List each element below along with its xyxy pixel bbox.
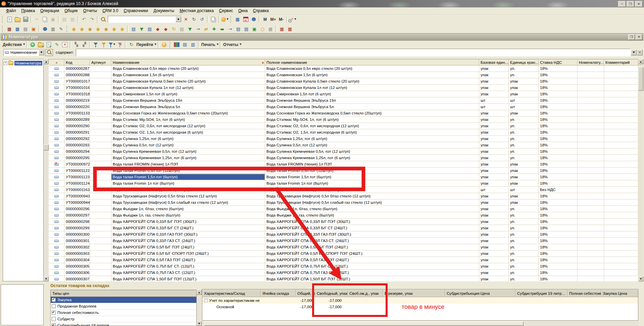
table-row[interactable]: 00000000299Вода ХАРРОГЕЙТ СПА 0,33Л Б/Г … [49, 225, 638, 231]
open-file-icon[interactable] [13, 15, 21, 24]
user-edit-icon[interactable]: ✎ [57, 25, 65, 33]
minimize-button[interactable]: ─ [618, 1, 626, 7]
table-scroll-down-icon[interactable]: ▼ [638, 276, 643, 281]
dropdown-arrow-icon[interactable]: ▼ [294, 18, 296, 20]
help-icon[interactable]: ? [160, 41, 168, 49]
table-row[interactable]: 00000000304Вода ХАРРОГЕЙТ СПА 0,5Л ГАЗ П… [49, 257, 638, 263]
column-header-icon[interactable]: ▲ [49, 59, 64, 65]
refresh-icon[interactable]: ↻ [127, 41, 135, 49]
menu-9[interactable]: Местная доставка [177, 8, 216, 14]
money-documents-icon[interactable]: ◉ [70, 25, 78, 33]
stock-column-header[interactable]: Полная себестоимость ... [567, 289, 601, 297]
table-row[interactable]: УТ000001124Вода талая Fromin 1л пэт (8шт… [49, 180, 638, 187]
tree-scroll-thumb[interactable] [44, 144, 49, 150]
menu-5[interactable]: Отчеты [81, 8, 100, 14]
currency-icon[interactable]: ◉ [118, 25, 126, 33]
stock-hscrollbar[interactable] [202, 321, 638, 326]
table-row[interactable]: УТ000000943Вода Трускавецкая (Нафтуся) 0… [49, 193, 638, 199]
transfer-icon[interactable]: → [226, 25, 234, 33]
maximize-button[interactable]: ❐ [627, 1, 634, 7]
table-row[interactable]: 00000000302Вода ХАРРОГЕЙТ СПА 0,5Л Б/Г П… [49, 244, 638, 250]
stock-column-header[interactable]: Субдистрибуция 19 литр... [515, 289, 567, 297]
report-red1-icon[interactable]: ▦ [278, 25, 286, 33]
add-group-icon[interactable] [37, 41, 45, 49]
table-row[interactable]: 00000000300Вода ХАРРОГЕЙТ СПА 0,33Л ГАЗ … [49, 231, 638, 238]
contains-dropdown-icon[interactable]: ▼ [631, 50, 637, 55]
price-type-row[interactable]: Продажная Водолеев [51, 303, 196, 310]
table-row[interactable]: 00000000303Вода ХАРРОГЕЙТ СПА 0,5Л Б/Г С… [49, 250, 638, 257]
table-row[interactable]: УТ000001122Вода талая Fromin 0,5л пэт (1… [49, 168, 638, 174]
paste-icon[interactable]: ▣ [49, 15, 57, 24]
print-menu-button[interactable]: Печать▼ [200, 41, 219, 49]
clear-search-icon[interactable]: ✕ [182, 15, 190, 24]
contains-clear-icon[interactable]: ✕ [637, 50, 643, 55]
dropdown-arrow-icon[interactable]: ▼ [227, 18, 228, 20]
list-settings-icon[interactable] [173, 41, 181, 49]
calendar-icon[interactable]: 31 [242, 15, 250, 24]
price-scroll-down-icon[interactable]: ▼ [197, 321, 202, 326]
documents-journal-icon[interactable]: ▤ [234, 25, 242, 33]
table-row[interactable]: 00000000307Вода ХАРРОГЕЙТ СПА 1,50Л Б/Г … [49, 276, 638, 281]
list-view2-icon[interactable]: ▥ [189, 41, 197, 49]
table-row[interactable]: 00000000305Вода ХАРРОГЕЙТ СПА 0,75Л Б/Г … [49, 263, 638, 270]
table-row[interactable]: 00000000295Вода Сулинка Кремниевая 1,25л… [49, 155, 638, 161]
price-type-row[interactable]: Полная себестоимость [51, 310, 196, 316]
child-restore-button[interactable]: ❐ [628, 34, 635, 40]
trade-window-icon[interactable]: ▣ [30, 25, 38, 33]
new-document-icon[interactable] [5, 15, 13, 24]
unreserve-icon[interactable]: ◆ [162, 25, 170, 33]
stock-column-header[interactable]: Свободный, упак [315, 289, 348, 297]
clear-filter-icon[interactable]: ✕ [116, 41, 124, 49]
table-row[interactable]: УТ000000944Вода Трускавецкая (Нафтуся) 0… [49, 199, 638, 206]
stock-column-header[interactable]: Характеристика/Склад [202, 289, 261, 297]
contains-input[interactable] [76, 49, 631, 56]
back-icon[interactable]: ↶ [80, 15, 88, 24]
move-item-icon[interactable]: ▚ [72, 41, 80, 49]
table-row[interactable]: УТ000001018Вода Смирновкая 1,5л пэт (6 ш… [49, 91, 638, 97]
add-item-icon[interactable]: + [29, 41, 37, 49]
cut-icon[interactable]: ✂ [33, 15, 41, 24]
table-row[interactable]: 00000000288Вода Славяновская 1,5л (6 шт/… [49, 72, 638, 78]
calculator-icon[interactable]: ▦ [234, 15, 242, 24]
add-plus-icon[interactable]: ✚ [210, 25, 218, 33]
stock-column-header[interactable]: Общий, упак [296, 289, 315, 297]
writeoff-icon[interactable]: ▬ [218, 25, 226, 33]
cash-expense-icon[interactable]: ◉ [102, 25, 110, 33]
user-rights-icon[interactable]: ☻ [250, 15, 258, 24]
filter-menu-icon[interactable]: ▼ [108, 41, 116, 49]
table-row[interactable]: 00000000287Вода Славяновская 0,5л евро с… [49, 65, 638, 72]
checkbox-checked-icon[interactable] [52, 323, 56, 326]
report-table-icon[interactable]: ▦ [13, 25, 21, 33]
tree-scrollbar[interactable]: ▲ ▼ [44, 59, 49, 281]
tree-scroll-up-icon[interactable]: ▲ [44, 59, 49, 64]
quick-search-box[interactable]: ▼ [108, 16, 182, 23]
view-related-icon[interactable]: ↻ [190, 15, 198, 24]
table-scroll-thumb[interactable] [638, 67, 643, 91]
print-form-icon[interactable]: ▤ [21, 25, 30, 33]
table-row[interactable]: 00000000294Вода Сулинка Кремниевая 0,5л,… [49, 148, 638, 155]
field-selector-arrow-icon[interactable]: ▼ [39, 50, 44, 55]
move-doc-icon[interactable]: → [194, 25, 202, 33]
table-row[interactable]: 00000000291Вода Стэлмас O2, 1,5л, пэт ки… [49, 129, 638, 136]
stock-row[interactable]: Основной-17,000-17,000 [202, 304, 638, 310]
memory-plus-button[interactable]: М+ [269, 15, 277, 24]
table-row[interactable]: 00000000298Вода ХАРРОГЕЙТ СПА 0,33Л Б/Г … [49, 219, 638, 225]
column-header-6[interactable]: Единица хран... [509, 59, 539, 65]
service-wrench-icon[interactable]: ▼ [289, 15, 297, 24]
dropdown-arrow-icon[interactable]: ▼ [240, 43, 241, 46]
price-scroll-up-icon[interactable]: ▲ [197, 290, 202, 295]
advance-report-icon[interactable]: ◉ [110, 25, 118, 33]
dropdown-arrow-icon[interactable]: ▼ [217, 43, 218, 46]
counterparties-icon[interactable]: ☻ [41, 25, 49, 33]
menu-8[interactable]: Документы [151, 8, 177, 14]
copy-item-icon[interactable] [45, 41, 53, 49]
supplier-order-icon[interactable]: ▤ [146, 25, 154, 33]
table-row[interactable]: 00000000296Вода Фьюджи 1л, б/газ, стекло… [49, 206, 638, 212]
order-analysis-icon[interactable]: ▼ [138, 25, 146, 33]
stock-column-header[interactable]: Закупка Цена [601, 289, 638, 297]
grid-icon[interactable]: ▦ [266, 25, 275, 33]
menu-3[interactable]: Операции [38, 8, 62, 14]
filter-by-value-icon[interactable] [100, 41, 108, 49]
table-row[interactable]: УТ000001133Вода Сосновая Горка из Железн… [49, 110, 638, 117]
price-type-row[interactable]: Субдистрибьюция 19 литров [51, 322, 196, 326]
